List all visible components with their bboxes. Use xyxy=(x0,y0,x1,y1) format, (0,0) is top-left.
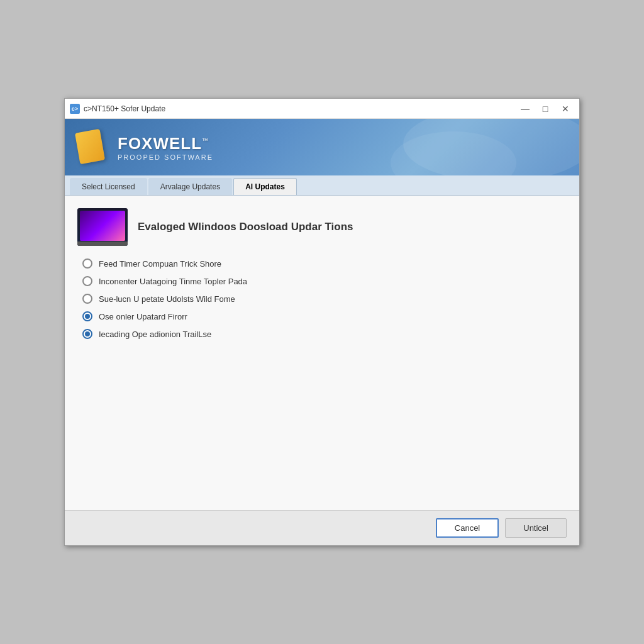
main-window: c> c>NT150+ Sofer Update — □ ✕ FOXWELL™ … xyxy=(64,98,580,546)
option-item-4[interactable]: Iecading Ope adionion TrailLse xyxy=(82,329,567,339)
brand-subtitle: PROOPED SOFTWARE xyxy=(118,153,213,161)
maximize-button[interactable]: □ xyxy=(536,103,554,115)
uncel-button[interactable]: Unticel xyxy=(505,518,567,538)
cancel-button[interactable]: Cancel xyxy=(436,518,499,538)
footer: Cancel Unticel xyxy=(65,510,579,545)
radio-4[interactable] xyxy=(82,329,92,339)
option-label-3: Ose onler Upatard Firorr xyxy=(99,312,187,321)
tabs-bar: Select Licensed Arvalage Updates AI Upda… xyxy=(65,175,579,196)
logo-shape xyxy=(75,129,105,164)
tab-select-licensed[interactable]: Select Licensed xyxy=(70,178,147,195)
option-item-2[interactable]: Sue-lucn U petate Udolsts Wild Fome xyxy=(82,294,567,304)
radio-2[interactable] xyxy=(82,294,92,304)
options-list: Feed Timer Compuan Trick Shore Inconente… xyxy=(77,258,567,339)
option-label-2: Sue-lucn U petate Udolsts Wild Fome xyxy=(99,294,235,304)
option-item-3[interactable]: Ose onler Upatard Firorr xyxy=(82,311,567,321)
window-icon: c> xyxy=(70,104,80,114)
update-header: Evaloged Wlindoos Doosload Updar Tions xyxy=(77,208,567,246)
title-bar-left: c> c>NT150+ Sofer Update xyxy=(70,104,165,114)
radio-inner-4 xyxy=(85,331,90,336)
brand-name: FOXWELL™ xyxy=(118,134,213,153)
option-label-0: Feed Timer Compuan Trick Shore xyxy=(99,259,221,269)
app-header: FOXWELL™ PROOPED SOFTWARE xyxy=(65,119,579,175)
laptop-thumbnail xyxy=(77,208,128,246)
tab-arvalage-updates[interactable]: Arvalage Updates xyxy=(148,178,232,195)
radio-0[interactable] xyxy=(82,258,92,269)
title-bar-controls: — □ ✕ xyxy=(516,103,574,115)
radio-1[interactable] xyxy=(82,276,92,286)
option-label-4: Iecading Ope adionion TrailLse xyxy=(99,330,211,339)
option-label-1: Inconenter Uatagoing Tinme Topler Pada xyxy=(99,277,247,286)
tab-ai-updates[interactable]: AI Updates xyxy=(233,178,297,195)
minimize-button[interactable]: — xyxy=(516,103,534,115)
logo-text: FOXWELL™ PROOPED SOFTWARE xyxy=(118,134,213,161)
update-title: Evaloged Wlindoos Doosload Updar Tions xyxy=(138,221,353,233)
window-title: c>NT150+ Sofer Update xyxy=(84,104,165,113)
close-button[interactable]: ✕ xyxy=(557,103,574,115)
radio-inner-3 xyxy=(85,314,90,319)
option-item-0[interactable]: Feed Timer Compuan Trick Shore xyxy=(82,258,567,269)
content-area: Evaloged Wlindoos Doosload Updar Tions F… xyxy=(65,196,579,510)
radio-3[interactable] xyxy=(82,311,92,321)
option-item-1[interactable]: Inconenter Uatagoing Tinme Topler Pada xyxy=(82,276,567,286)
title-bar: c> c>NT150+ Sofer Update — □ ✕ xyxy=(65,99,579,119)
logo-icon xyxy=(77,131,108,164)
